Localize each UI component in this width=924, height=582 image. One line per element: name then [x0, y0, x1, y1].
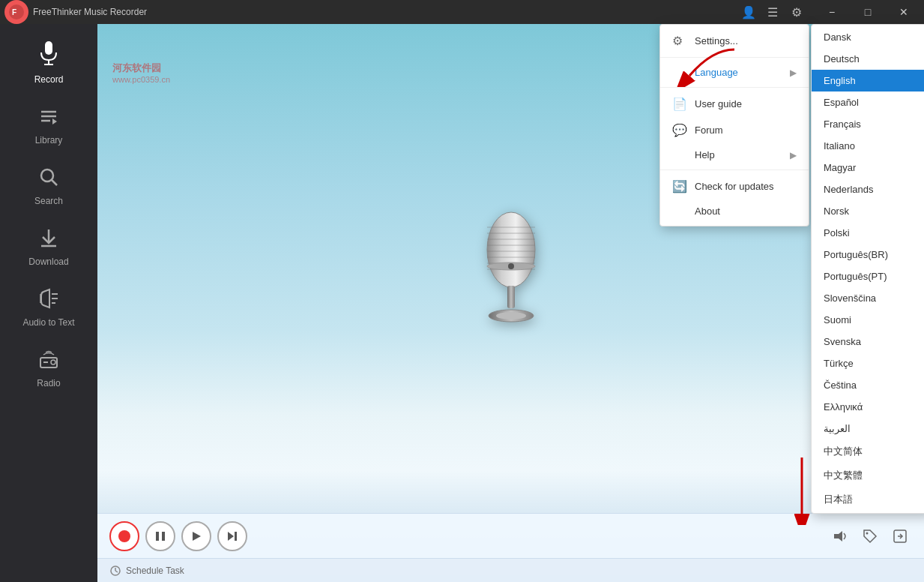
lang-item-english[interactable]: English — [812, 70, 924, 92]
sidebar-label-record: Record — [34, 74, 64, 85]
tag-icon[interactable] — [858, 524, 882, 548]
volume-icon[interactable] — [828, 524, 852, 548]
sidebar-label-download: Download — [28, 256, 68, 267]
user-guide-icon: 📄 — [672, 97, 687, 111]
titlebar: F FreeThinker Music Recorder 👤 ☰ ⚙ − □ ✕ — [0, 0, 924, 24]
svg-line-10 — [52, 180, 57, 185]
schedule-label: Schedule Task — [126, 566, 184, 576]
menu-item-language[interactable]: Language ▶ — [660, 61, 809, 84]
menu-item-check-updates[interactable]: 🔄 Check for updates — [660, 173, 809, 200]
watermark: 河东软件园 www.pc0359.cn — [112, 62, 170, 84]
sidebar-item-download[interactable]: Download — [4, 218, 94, 276]
svg-rect-37 — [235, 532, 237, 541]
controls-bar — [97, 513, 924, 558]
record-icon — [37, 40, 60, 70]
menu-item-help[interactable]: Help ▶ — [660, 143, 809, 166]
play-button[interactable] — [181, 521, 211, 551]
lang-item-suomi[interactable]: Suomi — [812, 309, 924, 331]
lang-item-japanese[interactable]: 日本語 — [812, 488, 924, 512]
lang-item-norsk[interactable]: Norsk — [812, 200, 924, 222]
library-icon — [38, 106, 59, 130]
download-icon — [38, 227, 59, 252]
lang-item-italiano[interactable]: Italiano — [812, 135, 924, 157]
pause-button[interactable] — [145, 521, 175, 551]
export-icon[interactable] — [888, 524, 912, 548]
watermark-site: 河东软件园 — [112, 62, 170, 75]
minimize-button[interactable]: − — [815, 0, 849, 24]
svg-rect-30 — [507, 286, 515, 308]
skip-button[interactable] — [217, 521, 247, 551]
menu-item-settings[interactable]: ⚙ Settings... — [660, 28, 809, 54]
lang-item-cestina[interactable]: Čeština — [812, 374, 924, 396]
svg-rect-34 — [162, 532, 165, 541]
language-submenu: DanskDeutschEnglishEspañolFrançaisItalia… — [811, 24, 924, 514]
lang-item-portuguese-pt[interactable]: Português(PT) — [812, 266, 924, 287]
close-button[interactable]: ✕ — [887, 0, 921, 24]
check-updates-icon: 🔄 — [672, 179, 687, 194]
sidebar-label-radio: Radio — [37, 378, 60, 388]
svg-text:F: F — [12, 8, 16, 16]
help-arrow-icon: ▶ — [790, 150, 797, 160]
check-updates-label: Check for updates — [695, 181, 774, 192]
lang-item-svenska[interactable]: Svenska — [812, 331, 924, 352]
sidebar-item-radio[interactable]: Radio — [4, 340, 94, 398]
sidebar-label-search: Search — [34, 196, 63, 206]
svg-marker-36 — [228, 532, 234, 541]
sidebar-item-audio-to-text[interactable]: Audio to Text — [4, 279, 94, 337]
svg-rect-33 — [156, 532, 159, 541]
user-icon[interactable]: 👤 — [740, 3, 758, 21]
lang-item-dansk[interactable]: Dansk — [812, 26, 924, 48]
lang-item-arabic[interactable]: العربية — [812, 418, 924, 440]
menu-divider-3 — [660, 170, 809, 170]
svg-point-29 — [508, 263, 514, 269]
lang-item-nederlands[interactable]: Nederlands — [812, 178, 924, 200]
svg-point-32 — [496, 312, 526, 320]
app-logo: F — [4, 0, 28, 24]
sidebar-item-search[interactable]: Search — [4, 158, 94, 215]
svg-rect-2 — [45, 41, 52, 55]
titlebar-icon-group: 👤 ☰ ⚙ — [740, 3, 806, 21]
search-icon — [38, 166, 59, 191]
lang-item-deutsch[interactable]: Deutsch — [812, 48, 924, 70]
menu-item-user-guide[interactable]: 📄 User guide — [660, 91, 809, 117]
svg-point-9 — [41, 170, 53, 182]
audio-to-text-icon — [38, 288, 59, 313]
svg-rect-16 — [40, 358, 57, 368]
lang-item-polski[interactable]: Polski — [812, 222, 924, 244]
gear-dropdown-menu: ⚙ Settings... Language ▶ 📄 User guide 💬 … — [659, 24, 809, 226]
menu-item-about[interactable]: About — [660, 200, 809, 223]
svg-marker-8 — [52, 118, 57, 124]
lang-item-chinese-traditional[interactable]: 中文繁體 — [812, 464, 924, 488]
svg-marker-35 — [193, 532, 201, 541]
maximize-button[interactable]: □ — [851, 0, 885, 24]
lang-item-chinese-simplified[interactable]: 中文简体 — [812, 440, 924, 464]
sidebar-item-record[interactable]: Record — [4, 32, 94, 94]
lang-item-espanol[interactable]: Español — [812, 92, 924, 113]
forum-label: Forum — [695, 124, 723, 136]
svg-point-19 — [487, 212, 535, 287]
lang-item-ellinika[interactable]: Ελληνικά — [812, 396, 924, 418]
sidebar-item-library[interactable]: Library — [4, 97, 94, 154]
svg-line-44 — [115, 571, 118, 572]
gear-icon[interactable]: ⚙ — [788, 3, 806, 21]
svg-point-17 — [51, 360, 55, 364]
menu-divider-1 — [660, 57, 809, 58]
record-dot — [118, 530, 130, 542]
menu-icon[interactable]: ☰ — [764, 3, 782, 21]
lang-item-turkce[interactable]: Türkçe — [812, 352, 924, 374]
user-guide-label: User guide — [695, 98, 742, 110]
svg-point-39 — [866, 532, 869, 534]
menu-item-forum[interactable]: 💬 Forum — [660, 117, 809, 143]
lang-item-slovenscina[interactable]: Slovenščina — [812, 287, 924, 309]
sidebar-label-audio-to-text: Audio to Text — [22, 317, 74, 328]
titlebar-title: FreeThinker Music Recorder — [33, 7, 740, 17]
lang-item-portuguese-br[interactable]: Português(BR) — [812, 244, 924, 266]
lang-item-francais[interactable]: Français — [812, 113, 924, 135]
sidebar: Record Library Search — [0, 24, 97, 582]
about-label: About — [695, 206, 720, 217]
schedule-bar[interactable]: Schedule Task — [97, 558, 924, 582]
lang-item-magyar[interactable]: Magyar — [812, 157, 924, 178]
record-button[interactable] — [109, 521, 139, 551]
language-arrow-icon: ▶ — [790, 68, 797, 78]
language-label: Language — [695, 67, 738, 78]
